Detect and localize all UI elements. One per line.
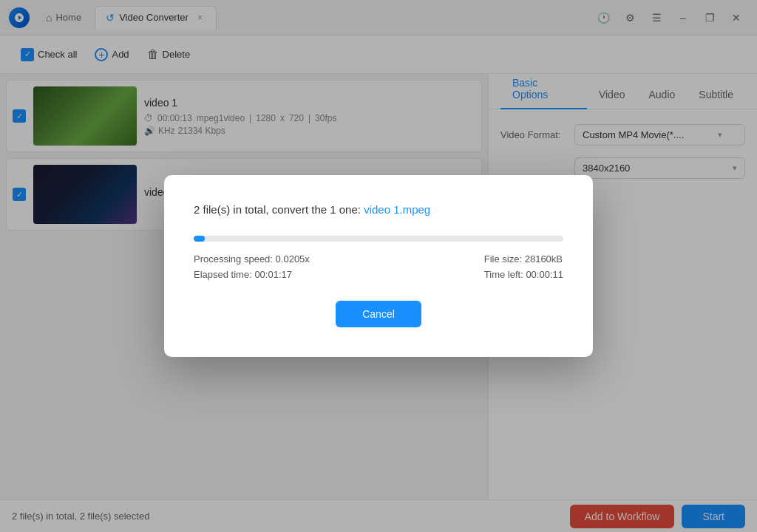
- progress-stats: Processing speed: 0.0205x Elapsed time: …: [194, 253, 563, 280]
- modal-file-link[interactable]: video 1.mpeg: [364, 203, 430, 216]
- stat-left: Processing speed: 0.0205x Elapsed time: …: [194, 253, 310, 280]
- stat-right: File size: 28160kB Time left: 00:00:11: [484, 253, 563, 280]
- cancel-button[interactable]: Cancel: [336, 301, 421, 327]
- modal-cancel-row: Cancel: [194, 301, 563, 327]
- progress-bar-fill: [194, 236, 205, 242]
- conversion-modal: 2 file(s) in total, convert the 1 one: v…: [164, 175, 593, 358]
- file-size-text: File size: 28160kB: [484, 253, 563, 265]
- modal-title-row: 2 file(s) in total, convert the 1 one: v…: [194, 202, 563, 219]
- modal-overlay: 2 file(s) in total, convert the 1 one: v…: [0, 0, 757, 532]
- progress-bar-container: [194, 236, 563, 242]
- processing-speed-text: Processing speed: 0.0205x: [194, 253, 310, 265]
- time-left-text: Time left: 00:00:11: [484, 269, 563, 280]
- elapsed-time-text: Elapsed time: 00:01:17: [194, 269, 310, 280]
- modal-description: 2 file(s) in total, convert the 1 one: v…: [194, 202, 563, 219]
